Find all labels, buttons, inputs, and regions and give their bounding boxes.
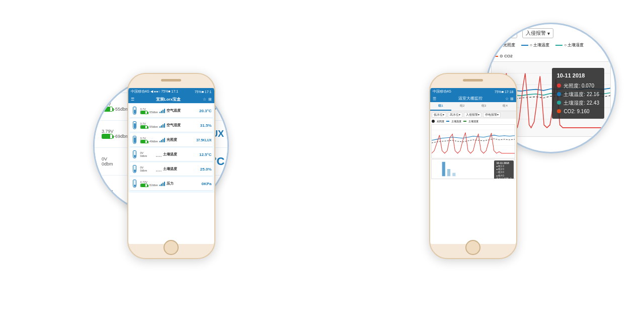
right-tabs: 组1 组2 组3 组4 — [430, 102, 516, 111]
mag-light-meta: 3.79V -69dbm — [102, 129, 131, 139]
dropdown-intrusion[interactable]: 入侵报警 ▾ — [522, 28, 553, 38]
sensor-soil-temp1[interactable]: 0V 0dbm 土壤温度 12.5°C — [130, 148, 213, 161]
rmag-tooltip: 10-11 2018 光照度: 0.070 土壤温度: 22.16 土壤湿度: … — [552, 68, 604, 119]
right-phone-screen: 中国移动4G 75%■ 17:18 ☰ 温室大棚监控 ☆ ⊞ 组1 组2 组3 … — [430, 88, 516, 244]
rmag-tooltip-date: 10-11 2018 — [557, 71, 599, 80]
mag-humidity-meta: 3.8V -55dbm — [102, 102, 131, 112]
chevron-down-icon2: ▾ — [547, 31, 550, 36]
main-scene: 中国移动4G ◀ ●●○ 75%■ 17:1 75%■ 17:1 ☰ 宜宸Lor… — [0, 0, 644, 332]
rmag-dropdowns: 高水位 ▾ 入侵报警 ▾ — [491, 28, 611, 38]
tab-group3[interactable]: 组3 — [473, 102, 495, 111]
soil-temp2-icon — [131, 164, 139, 174]
sensor-air-humidity[interactable]: 3.7V -55dbm 空气湿度 31.5% — [130, 119, 213, 132]
grid-icon[interactable]: ⊞ — [208, 97, 212, 102]
signal-bars-light — [159, 137, 165, 142]
sensor-air-temp[interactable]: 3.7V -55dbm 空气温度 20.3°C — [130, 104, 213, 118]
right-chart-bottom: 10-11 2018 ● 组1 0 ● 组2 0 ○ 组3 0 ● 组4 0 高… — [431, 159, 515, 179]
signal-bars-pressure — [159, 181, 165, 186]
dropdown-high-water[interactable]: 高水位 ▾ — [491, 28, 517, 38]
tooltip-soil-temp: 土壤温度: 22.16 — [557, 90, 599, 99]
filter-low-water[interactable]: 低水位▾ — [432, 112, 446, 118]
soil-temp1-icon — [131, 149, 139, 159]
value-soil-temp1: 12.5°C — [199, 152, 212, 157]
rmag-legend-light: ○ 光照度 — [491, 42, 515, 48]
filter-high-water[interactable]: 高水位▾ — [448, 112, 462, 118]
legend-soil-hum-label: 土壤湿度 — [468, 120, 478, 123]
filter-power[interactable]: 停电报警▾ — [483, 112, 501, 118]
value-air-temp: 20.3°C — [199, 109, 212, 113]
right-phone: 中国移动4G 75%■ 17:18 ☰ 温室大棚监控 ☆ ⊞ 组1 组2 组3 … — [429, 73, 517, 259]
chevron-down-icon: ▾ — [511, 31, 514, 36]
light-icon — [131, 135, 139, 145]
left-phone-screen: 中国移动4G ◀ ●●○ 75%■ 17:1 75%■ 17:1 ☰ 宜宸Lor… — [128, 88, 214, 244]
label-light: 光照度 — [167, 137, 196, 142]
legend-soil-temp-dot — [446, 121, 449, 122]
rmag-co2-line — [491, 56, 498, 57]
signal-bars-soil2 — [156, 167, 162, 172]
star-icon[interactable]: ☆ — [203, 97, 206, 102]
thermometer-air-icon — [131, 106, 139, 116]
rmag-legend-soil-temp: ○ 土壤温度 — [521, 42, 549, 48]
tab-group2[interactable]: 组2 — [451, 102, 473, 111]
right-status-bar: 中国移动4G 75%■ 17:18 — [430, 88, 516, 95]
svg-rect-6 — [452, 173, 455, 176]
right-app-header: ☰ 温室大棚监控 ☆ ⊞ — [430, 95, 516, 102]
rmag-legend-soil-hum: ○ 土壤湿度 — [555, 42, 584, 48]
mag-soil1-meta: 0V 0dbm — [102, 156, 131, 167]
left-app-header: ☰ 宜宸Lorx宝盒 ☆ ⊞ — [128, 95, 214, 103]
tooltip-soil-temp-label: 土壤温度: 22.16 — [564, 92, 599, 97]
thermometer-humidity-icon — [131, 120, 139, 130]
rmag-legend: ○ 光照度 ○ 土壤温度 ○ 土壤湿度 ⊙ CO2 — [491, 42, 611, 58]
right-legend: 光照度 土壤温度 土壤湿度 — [430, 119, 516, 124]
right-phone-home-button[interactable] — [465, 240, 480, 255]
label-air-temp: 空气温度 — [167, 108, 199, 113]
left-battery: 75%■ 17:1 — [195, 90, 212, 94]
right-app-title: 温室大棚监控 — [458, 96, 482, 101]
tooltip-soil-temp-dot — [557, 92, 561, 96]
tooltip-soil-hum: 土壤湿度: 22.43 — [557, 99, 599, 107]
rmag-legend-co2: ⊙ CO2 — [491, 54, 513, 58]
sensor-light-meta: 3.7V -49dbm — [140, 137, 158, 143]
sensor-pressure-meta: 4.72V -52dbm — [140, 181, 158, 187]
legend-soil-hum-dot — [463, 121, 466, 122]
label-air-humidity: 空气湿度 — [167, 123, 200, 128]
right-battery: 75%■ 17:18 — [495, 90, 514, 94]
label-pressure: 压力 — [167, 181, 201, 186]
signal-bars-soil1 — [156, 152, 162, 157]
legend-soil-temp-label: 土壤温度 — [451, 120, 461, 123]
left-phone: 中国移动4G ◀ ●●○ 75%■ 17:1 75%■ 17:1 ☰ 宜宸Lor… — [127, 73, 215, 259]
filter-intrusion[interactable]: 入侵报警▾ — [464, 112, 481, 118]
sensor-air-humidity-meta: 3.7V -55dbm — [140, 122, 158, 129]
signal-bars-humidity — [159, 123, 165, 128]
tab-group4[interactable]: 组4 — [495, 102, 516, 111]
tab-group1[interactable]: 组1 — [430, 102, 452, 111]
rmag-light-label: ○ 光照度 — [500, 42, 515, 48]
sensor-soil-temp2[interactable]: 0V 0dbm 土壤温度 25.0% — [130, 162, 213, 176]
value-air-humidity: 31.5% — [200, 123, 212, 128]
label-soil-temp2: 土壤温度 — [163, 167, 200, 172]
right-grid-icon[interactable]: ⊞ — [510, 97, 514, 101]
svg-rect-4 — [442, 162, 445, 177]
bottom-tooltip: 10-11 2018 ● 组1 0 ● 组2 0 ○ 组3 0 ● 组4 0 高… — [494, 160, 513, 179]
tooltip-light: 光照度: 0.070 — [557, 81, 599, 90]
rmag-soil-hum-line — [555, 45, 562, 46]
left-carrier: 中国移动4G ◀ ●●○ 75%■ 17:1 — [131, 89, 179, 94]
left-phone-home-button[interactable] — [164, 240, 179, 255]
sensor-pressure[interactable]: 4.72V -52dbm 压力 0KPa — [130, 177, 213, 191]
left-status-bar: 中国移动4G ◀ ●●○ 75%■ 17:1 75%■ 17:1 — [128, 88, 214, 95]
rmag-soil-temp-label: ○ 土壤温度 — [530, 42, 549, 48]
value-soil-temp2: 25.0% — [200, 167, 212, 172]
label-soil-temp1: 土壤温度 — [163, 152, 199, 157]
tooltip-soil-hum-label: 土壤湿度: 22.43 — [564, 100, 599, 106]
tooltip-co2-dot — [557, 109, 561, 113]
right-star-icon[interactable]: ☆ — [505, 97, 509, 101]
sensor-soil-temp2-meta: 0V 0dbm — [140, 166, 154, 172]
tooltip-co2-label: CO2: 9.160 — [564, 109, 589, 114]
tooltip-co2: CO2: 9.160 — [557, 107, 599, 116]
legend-light-label: 光照度 — [437, 120, 444, 123]
right-chart-main — [431, 124, 515, 158]
mag-soil2-meta: 0V 0dbm — [102, 184, 131, 194]
pressure-icon — [131, 179, 139, 189]
sensor-light[interactable]: 3.7V -49dbm 光照度 37.5KLUX — [130, 133, 213, 147]
legend-light-dot — [432, 120, 435, 123]
